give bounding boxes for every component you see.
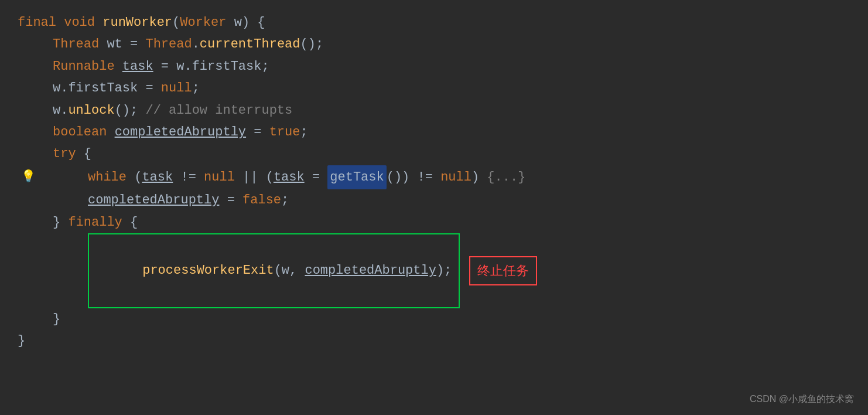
code-line-6: boolean completedAbruptly = true;	[18, 121, 868, 143]
var-completedabruptly3: completedAbruptly	[305, 263, 436, 278]
var-completedabruptly1: completedAbruptly	[115, 121, 246, 143]
brace-try: {	[84, 143, 91, 165]
var-wt: wt =	[107, 33, 145, 55]
var-task2: task	[142, 166, 173, 188]
code-container: final void runWorker(Worker w) { Thread …	[0, 0, 868, 415]
code-line-10: } finally {	[18, 212, 868, 233]
code-line-7: try {	[18, 143, 868, 165]
type-worker: Worker	[180, 12, 234, 33]
brace-close1: }	[53, 212, 68, 233]
paren-pwe-close: );	[436, 263, 452, 278]
code-line-11: processWorkerExit(w, completedAbruptly);…	[18, 233, 868, 308]
dot1: .	[192, 33, 200, 55]
eq4: =	[219, 189, 242, 211]
paren-while: (	[134, 166, 142, 188]
kw-finally: finally	[68, 212, 130, 233]
fn-unlock: unlock	[68, 100, 114, 121]
highlighted-gettask: getTask	[327, 165, 386, 189]
fn-processworkerexit: processWorkerExit	[142, 263, 274, 278]
code-line-3: Runnable task = w.firstTask;	[18, 56, 868, 77]
code-line-12: }	[18, 308, 868, 330]
paren1: ();	[300, 33, 324, 55]
kw-null3: null	[440, 166, 471, 188]
kw-false: false	[242, 189, 281, 211]
brace-finally: {	[130, 212, 138, 233]
paren-pwe: (w,	[274, 263, 305, 278]
code-line-13: }	[18, 330, 868, 352]
semi3: ;	[281, 189, 289, 211]
op-ne1: !=	[173, 166, 204, 188]
kw-true: true	[269, 121, 300, 143]
fn-runworker: runWorker	[102, 12, 172, 33]
code-line-1: final void runWorker(Worker w) {	[18, 12, 868, 33]
paren2: ();	[115, 100, 146, 121]
semi2: ;	[300, 121, 307, 143]
eq1: = w.	[153, 56, 192, 77]
kw-null1: null	[161, 77, 192, 99]
type-runnable: Runnable	[53, 56, 122, 77]
paren-close-while: )	[471, 166, 487, 188]
op-or: || (	[242, 166, 274, 188]
semi1: ;	[192, 77, 200, 99]
code-line-8: 💡 while (task != null || (task = getTask…	[18, 165, 868, 189]
process-worker-exit-box: processWorkerExit(w, completedAbruptly);	[88, 233, 460, 308]
var-w-firsttask: w.firstTask =	[53, 77, 161, 99]
code-line-5: w.unlock(); // allow interrupts	[18, 100, 868, 121]
class-thread2: Thread	[145, 33, 192, 55]
bulb-icon: 💡	[21, 167, 36, 187]
brace-close3: }	[18, 330, 25, 352]
code-line-2: Thread wt = Thread.currentThread();	[18, 33, 868, 55]
keyword-void: void	[64, 12, 102, 33]
kw-try: try	[53, 143, 84, 165]
eq2: =	[246, 121, 269, 143]
fn-currentthread: currentThread	[200, 33, 300, 55]
kw-while: while	[88, 166, 134, 188]
punc-1: (	[172, 12, 180, 33]
var-task: task	[122, 56, 153, 77]
var-completedabruptly2: completedAbruptly	[88, 189, 219, 211]
brace-close2: }	[53, 308, 60, 330]
code-line-4: w.firstTask = null;	[18, 77, 868, 99]
collapsed-block: {...}	[487, 166, 525, 188]
annotation-label: 终止任务	[469, 256, 537, 285]
var-task3: task	[274, 166, 305, 188]
code-line-9: completedAbruptly = false;	[18, 189, 868, 211]
eq3: =	[305, 166, 328, 188]
watermark-text: CSDN @小咸鱼的技术窝	[750, 393, 854, 406]
param-w: w) {	[234, 12, 265, 33]
type-thread: Thread	[53, 33, 107, 55]
keyword-final: final	[18, 12, 64, 33]
kw-boolean: boolean	[53, 121, 115, 143]
var-w2: w.	[53, 100, 68, 121]
kw-null2: null	[204, 166, 242, 188]
paren-gettask: ()) !=	[387, 166, 440, 188]
var-firsttask1: firstTask;	[192, 56, 269, 77]
comment-interrupts: // allow interrupts	[145, 100, 292, 121]
